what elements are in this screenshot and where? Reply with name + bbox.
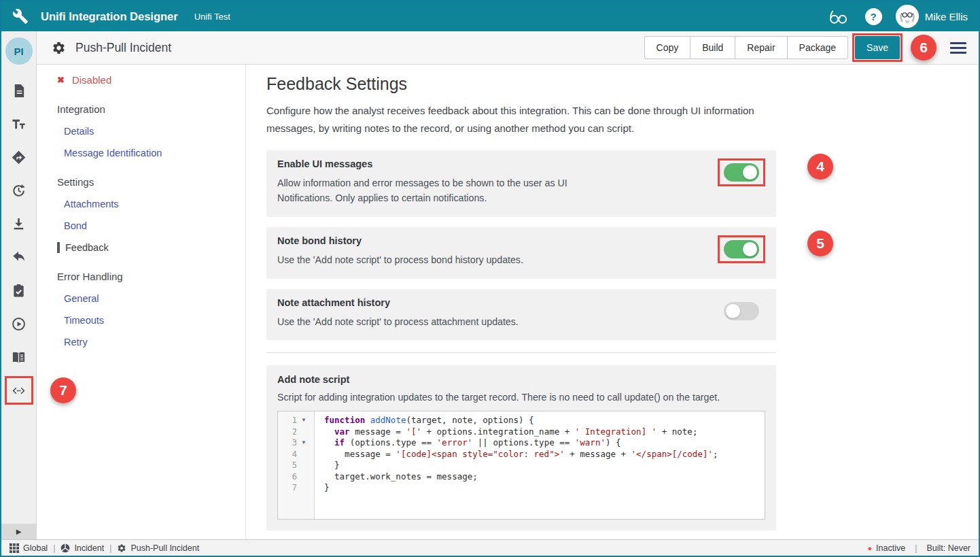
card-description: Use the 'Add note script' to process att… bbox=[277, 314, 597, 330]
code-token: ' Integration] ' bbox=[575, 426, 657, 437]
annotation-badge-5: 5 bbox=[807, 231, 833, 256]
code-token: message = bbox=[350, 426, 406, 437]
toggle-card-note-attachment-history: Note attachment historyUse the 'Add note… bbox=[266, 289, 776, 341]
download-icon[interactable] bbox=[10, 215, 28, 233]
toggle-card-enable-ui-messages: Enable UI messagesAllow information and … bbox=[266, 150, 776, 217]
nav-section-title-integration: Integration bbox=[57, 103, 245, 115]
top-app-bar: Unifi Integration Designer Unifi Test ? … bbox=[1, 1, 979, 31]
nav-item-retry[interactable]: Retry bbox=[64, 337, 245, 348]
nav-item-message-identification[interactable]: Message Identification bbox=[64, 148, 245, 158]
app-window: Unifi Integration Designer Unifi Test ? … bbox=[0, 0, 980, 557]
nav-item-bond[interactable]: Bond bbox=[64, 220, 245, 231]
nav-item-timeouts[interactable]: Timeouts bbox=[64, 315, 245, 326]
statusbar-integration-label: Push-Pull Incident bbox=[130, 543, 199, 553]
play-icon[interactable] bbox=[10, 315, 28, 333]
gutter-line: 2 bbox=[278, 426, 314, 438]
code-editor[interactable]: 1▼23▼4567 function addNote(target, note,… bbox=[277, 411, 765, 520]
card-title: Note bond history bbox=[277, 235, 718, 246]
gutter-line: 1▼ bbox=[278, 415, 314, 426]
document-icon[interactable] bbox=[10, 82, 28, 99]
code-token: var bbox=[334, 426, 350, 437]
gear-icon bbox=[117, 543, 126, 553]
glasses-icon[interactable] bbox=[827, 7, 849, 25]
wrench-icon bbox=[12, 8, 29, 24]
statusbar-application: Incident bbox=[60, 543, 104, 553]
line-number: 3 bbox=[278, 437, 297, 449]
fold-arrow-icon[interactable]: ▼ bbox=[297, 415, 311, 426]
text-format-icon[interactable] bbox=[10, 115, 28, 133]
code-line: } bbox=[324, 460, 765, 471]
code-icon[interactable] bbox=[10, 382, 28, 399]
card-description: Use the 'Add note script' to process bon… bbox=[277, 252, 597, 268]
repair-button[interactable]: Repair bbox=[735, 36, 787, 59]
icon-sidebar: PI ▶ bbox=[1, 31, 37, 539]
separator: | bbox=[109, 543, 111, 553]
editor-gutter: 1▼23▼4567 bbox=[278, 411, 315, 519]
toggle-spacer bbox=[718, 297, 765, 325]
user-name[interactable]: Mike Ellis bbox=[925, 11, 968, 22]
divider bbox=[266, 352, 776, 353]
toggle-knob bbox=[726, 304, 740, 318]
package-button[interactable]: Package bbox=[788, 36, 848, 59]
annotation-badge-4: 4 bbox=[807, 154, 833, 180]
history-icon[interactable] bbox=[10, 182, 28, 199]
statusbar-scope: Global bbox=[10, 543, 48, 553]
hamburger-icon[interactable] bbox=[950, 42, 966, 54]
add-note-script-card: Add note script Script for adding integr… bbox=[266, 365, 776, 530]
build-button[interactable]: Build bbox=[690, 36, 735, 59]
undo-icon[interactable] bbox=[10, 248, 28, 266]
code-token: 'error' bbox=[437, 437, 473, 448]
nav-item-general[interactable]: General bbox=[64, 293, 245, 304]
status-text: Inactive bbox=[876, 543, 905, 553]
nav-item-attachments[interactable]: Attachments bbox=[64, 199, 245, 209]
code-token: + note; bbox=[657, 426, 697, 437]
documentation-icon[interactable] bbox=[10, 348, 28, 366]
gutter-line: 5 bbox=[278, 460, 314, 471]
annotation-box-save: Save bbox=[852, 33, 903, 62]
page-header: Push-Pull Incident CopyBuildRepairPackag… bbox=[37, 31, 979, 65]
line-number: 5 bbox=[278, 460, 297, 471]
save-button[interactable]: Save bbox=[855, 36, 900, 59]
code-token: } bbox=[324, 460, 340, 470]
nav-item-feedback[interactable]: Feedback bbox=[57, 242, 245, 253]
help-icon[interactable]: ? bbox=[865, 8, 882, 25]
code-line: target.work_notes = message; bbox=[324, 471, 765, 483]
status-bar: Global|Incident|Push-Pull Incident ● Ina… bbox=[1, 539, 979, 556]
app-icon bbox=[60, 543, 70, 553]
inactive-dot-icon: ● bbox=[867, 544, 872, 552]
user-avatar[interactable] bbox=[896, 5, 919, 28]
sidebar-expand-button[interactable]: ▶ bbox=[1, 524, 36, 539]
code-token: if bbox=[334, 437, 345, 448]
milestone-icon[interactable] bbox=[10, 148, 28, 166]
toggle-switch[interactable] bbox=[724, 163, 759, 182]
tasks-icon[interactable] bbox=[10, 282, 28, 299]
page-title: Push-Pull Incident bbox=[75, 41, 171, 55]
separator: | bbox=[53, 543, 55, 553]
nav-item-details[interactable]: Details bbox=[64, 126, 245, 137]
card-title: Enable UI messages bbox=[277, 158, 718, 169]
code-token bbox=[365, 415, 370, 425]
gear-icon bbox=[52, 41, 66, 55]
line-number: 7 bbox=[278, 482, 297, 494]
code-token: '[code]<span style="color: red">' bbox=[396, 449, 564, 459]
code-token: (target, note, options) { bbox=[406, 415, 533, 425]
gutter-line: 4 bbox=[278, 449, 314, 460]
section-title: Feedback Settings bbox=[266, 74, 979, 94]
nav-section-title-settings: Settings bbox=[57, 176, 245, 188]
copy-button[interactable]: Copy bbox=[644, 36, 691, 59]
gutter-line: 3▼ bbox=[278, 437, 314, 449]
card-description: Allow information and error messages to … bbox=[277, 175, 597, 206]
code-token: '</span>[/code]' bbox=[631, 449, 713, 459]
code-token: } bbox=[324, 482, 330, 492]
fold-arrow-icon[interactable]: ▼ bbox=[297, 437, 311, 449]
code-token: ) { bbox=[606, 437, 621, 448]
script-card-title: Add note script bbox=[277, 374, 765, 385]
integration-avatar[interactable]: PI bbox=[5, 37, 33, 65]
statusbar-integration: Push-Pull Incident bbox=[117, 543, 199, 553]
toggle-knob bbox=[743, 242, 757, 256]
toggle-switch[interactable] bbox=[724, 302, 759, 320]
toggle-card-note-bond-history: Note bond historyUse the 'Add note scrip… bbox=[266, 227, 776, 279]
toggle-switch[interactable] bbox=[724, 240, 759, 258]
code-line: function addNote(target, note, options) … bbox=[324, 415, 765, 426]
editor-code-area[interactable]: function addNote(target, note, options) … bbox=[315, 411, 765, 519]
